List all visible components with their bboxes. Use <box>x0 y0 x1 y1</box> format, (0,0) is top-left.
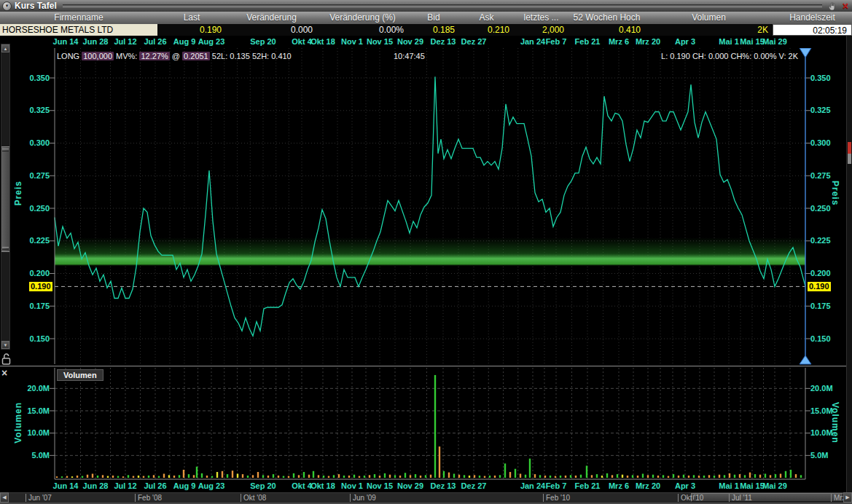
date-tick-label: Apr 3 <box>675 37 695 46</box>
volume-bar <box>734 475 735 478</box>
volume-bar <box>232 470 233 478</box>
price-tick-label: 0.275 <box>810 171 840 180</box>
high52-value: 0.410 <box>271 52 292 60</box>
price-tick-label: 0.200 <box>20 269 50 277</box>
volume-bar <box>298 475 300 478</box>
scroll-left-button[interactable]: ◀ <box>0 492 9 503</box>
volume-bar <box>479 476 480 478</box>
volume-bar <box>379 476 380 478</box>
volume-bar <box>534 474 536 478</box>
position-entry-band <box>55 237 805 267</box>
price-tick-label: 0.325 <box>810 106 840 114</box>
date-tick-label: Jul 12 <box>114 481 136 490</box>
volume-bar <box>560 476 561 478</box>
volume-bar <box>637 476 638 478</box>
volume-bar <box>714 476 715 478</box>
price-tick-label: 0.275 <box>20 171 50 180</box>
date-tick-label: Mai 15 <box>740 481 765 490</box>
volume-bar <box>188 474 189 478</box>
volume-bar <box>242 474 243 478</box>
date-tick-label: Jun 14 <box>53 37 79 46</box>
cursor-handle-bottom-icon[interactable] <box>800 355 811 364</box>
date-tick-label: Okt 18 <box>310 37 335 46</box>
volume-bar <box>642 473 644 478</box>
volume-tick-label: 10.0M <box>810 428 840 437</box>
date-tick-label: Okt 4 <box>292 37 312 46</box>
volume-bar <box>453 473 455 478</box>
volume-bar <box>394 475 396 478</box>
date-tick-label: Mrz 6 <box>609 37 629 46</box>
volume-bar <box>328 476 329 478</box>
timeline-period-label: Okt '10 <box>678 494 703 502</box>
volume-bar <box>216 472 218 478</box>
price-volume-chart[interactable] <box>0 0 852 504</box>
kurs-tafel-window: ▼ Kurs Tafel × Firmenname Last Veränderu… <box>0 0 852 504</box>
volume-bar <box>489 476 491 478</box>
volume-bar <box>369 475 370 478</box>
date-tick-label: Jan 24 <box>520 481 545 490</box>
price-line-series <box>55 76 805 336</box>
date-tick-label: Aug 9 <box>173 481 196 490</box>
date-tick-label: Aug 23 <box>198 37 225 46</box>
indicator-gray-marker <box>848 154 851 164</box>
volume-bar <box>469 476 470 478</box>
horizontal-scrollbar-thumb[interactable] <box>691 493 843 502</box>
date-tick-label: Nov 29 <box>397 481 423 490</box>
volume-bar <box>647 475 649 478</box>
date-tick-label: Okt 4 <box>292 481 312 490</box>
volume-bar <box>353 475 355 478</box>
volume-bar <box>389 475 391 478</box>
date-tick-label: Feb 21 <box>575 481 601 490</box>
volume-bar <box>529 459 531 478</box>
volume-bar <box>565 476 566 478</box>
timeline-period-label: Jul '11 <box>729 494 752 502</box>
volume-bar <box>499 475 501 478</box>
volume-bar <box>434 375 436 478</box>
volume-bar <box>128 475 129 478</box>
volume-tick-label: 5.0M <box>810 451 840 460</box>
price-tick-label: 0.225 <box>810 236 840 245</box>
volume-bar <box>107 476 109 478</box>
volume-bar <box>484 476 485 478</box>
volume-bar <box>318 475 319 478</box>
scroll-down-button[interactable]: ▼ <box>1 341 9 349</box>
volume-bar <box>237 473 238 478</box>
volume-bar <box>173 476 175 478</box>
date-tick-label: Jun 14 <box>53 481 79 490</box>
volume-bar <box>673 474 674 478</box>
right-indicator-strip[interactable] <box>846 36 852 492</box>
price-tick-label: 0.175 <box>20 302 50 310</box>
cursor-handle-top-icon[interactable] <box>800 48 811 58</box>
volume-bar <box>448 473 450 478</box>
scroll-up-button[interactable]: ▲ <box>1 44 9 52</box>
volume-bar <box>143 476 144 478</box>
volume-bar <box>520 473 521 478</box>
date-tick-label: Mrz 6 <box>609 481 629 490</box>
volume-bar <box>338 474 340 478</box>
volume-bar <box>425 475 426 478</box>
timeline-period-label: Jun '07 <box>26 494 52 502</box>
price-tick-label: 0.225 <box>20 236 50 245</box>
vertical-scrollbar[interactable]: ▲ ▼ <box>1 44 10 350</box>
vertical-scrollbar-thumb[interactable] <box>1 146 9 252</box>
volume-bar <box>211 476 213 478</box>
volume-tick-label: 15.0M <box>20 406 50 415</box>
volume-bar <box>622 475 623 478</box>
date-tick-label: Nov 1 <box>341 481 363 490</box>
volume-bar <box>278 476 279 478</box>
volume-bar <box>410 475 411 478</box>
date-tick-label: Nov 1 <box>341 37 363 46</box>
volume-bar <box>374 474 375 478</box>
volume-bar <box>183 470 184 478</box>
unlock-icon[interactable] <box>1 353 12 366</box>
close-volume-pane-icon[interactable]: × <box>1 367 7 379</box>
volume-bar <box>550 476 551 478</box>
date-tick-label: Feb 7 <box>546 37 567 46</box>
timeline-period-label: Jun '09 <box>350 494 376 502</box>
volume-bar <box>606 473 608 478</box>
indicator-red-marker <box>848 142 851 154</box>
price-axis-title-right: Preis <box>830 181 840 205</box>
volume-bar <box>749 473 751 478</box>
volume-bar <box>458 475 460 478</box>
scroll-right-button[interactable]: ▶ <box>843 492 852 503</box>
